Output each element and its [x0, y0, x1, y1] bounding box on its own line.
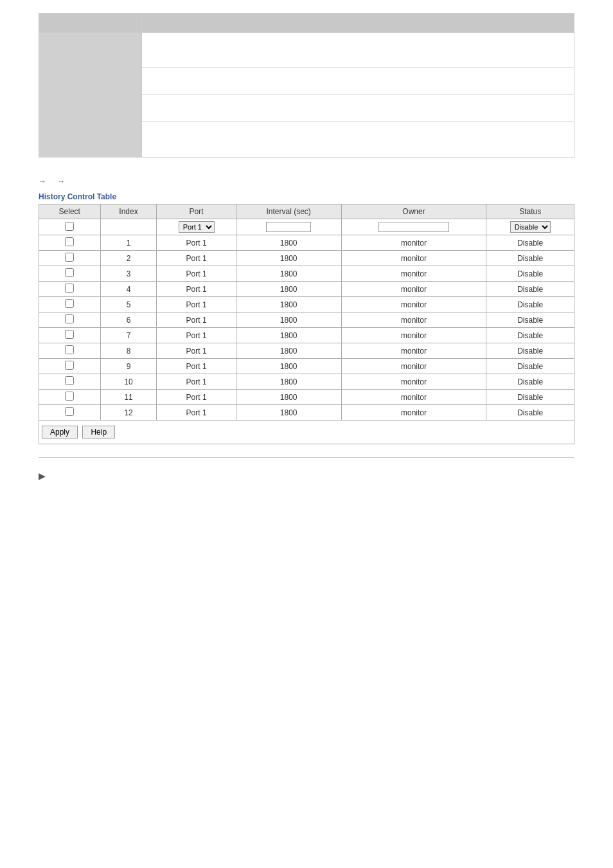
cell-owner: monitor — [341, 343, 486, 359]
info-header-value — [142, 14, 574, 33]
cell-owner: monitor — [341, 251, 486, 266]
cell-index: 7 — [100, 328, 157, 343]
info-row4-value — [142, 122, 574, 158]
cell-port: Port 1 — [157, 297, 236, 312]
status-select-input[interactable]: Disable Enable — [510, 221, 551, 233]
port-select-input[interactable]: Port 1 Port 2 Port 3 Port 4 Port 5 Port … — [179, 221, 215, 233]
cell-interval: 1800 — [236, 251, 341, 266]
select-row-checkbox[interactable] — [65, 299, 74, 308]
arrow-bullet-icon: ▶ — [39, 471, 46, 482]
select-row-checkbox[interactable] — [65, 237, 74, 246]
cell-interval: 1800 — [236, 359, 341, 374]
nav-area: → → — [39, 177, 574, 186]
cell-index: 1 — [100, 235, 157, 251]
cell-index: 2 — [100, 251, 157, 266]
select-row-checkbox[interactable] — [65, 284, 74, 293]
cell-port: Port 1 — [157, 251, 236, 266]
select-row-checkbox[interactable] — [65, 376, 74, 385]
nav-arrow1: → — [39, 177, 46, 186]
cell-status: Disable — [486, 266, 574, 282]
history-section: History Control Table Select Index Port … — [39, 192, 574, 444]
cell-status: Disable — [486, 390, 574, 405]
info-row1-value — [142, 33, 574, 68]
cell-status: Disable — [486, 405, 574, 420]
nav-arrow2: → — [57, 177, 65, 186]
cell-port: Port 1 — [157, 266, 236, 282]
select-row-checkbox[interactable] — [65, 268, 74, 277]
cell-owner: monitor — [341, 390, 486, 405]
table-row: 9 Port 1 1800 monitor Disable — [39, 359, 574, 374]
cell-status: Disable — [486, 282, 574, 297]
col-header-port: Port — [157, 204, 236, 219]
table-row: 10 Port 1 1800 monitor Disable — [39, 374, 574, 390]
cell-owner: monitor — [341, 266, 486, 282]
col-header-select: Select — [39, 204, 101, 219]
cell-status: Disable — [486, 251, 574, 266]
cell-interval: 1800 — [236, 374, 341, 390]
apply-button[interactable]: Apply — [42, 426, 78, 439]
info-header-label — [39, 14, 142, 33]
cell-status: Disable — [486, 343, 574, 359]
cell-index: 3 — [100, 266, 157, 282]
table-row: 5 Port 1 1800 monitor Disable — [39, 297, 574, 312]
cell-interval: 1800 — [236, 266, 341, 282]
cell-owner: monitor — [341, 359, 486, 374]
select-row-checkbox[interactable] — [65, 407, 74, 416]
select-row-checkbox[interactable] — [65, 330, 74, 339]
table-row: 7 Port 1 1800 monitor Disable — [39, 328, 574, 343]
owner-input[interactable] — [378, 222, 449, 232]
cell-interval: 1800 — [236, 405, 341, 420]
cell-owner: monitor — [341, 328, 486, 343]
cell-port: Port 1 — [157, 328, 236, 343]
select-row-checkbox[interactable] — [65, 345, 74, 354]
cell-interval: 1800 — [236, 282, 341, 297]
table-row: 11 Port 1 1800 monitor Disable — [39, 390, 574, 405]
cell-interval: 1800 — [236, 328, 341, 343]
cell-interval: 1800 — [236, 390, 341, 405]
cell-port: Port 1 — [157, 312, 236, 328]
table-row: 4 Port 1 1800 monitor Disable — [39, 282, 574, 297]
help-button[interactable]: Help — [82, 426, 115, 439]
info-row2-value — [142, 68, 574, 95]
cell-owner: monitor — [341, 297, 486, 312]
select-row-checkbox[interactable] — [65, 361, 74, 370]
select-row-checkbox[interactable] — [65, 253, 74, 262]
cell-index: 5 — [100, 297, 157, 312]
select-row-checkbox[interactable] — [65, 314, 74, 323]
cell-port: Port 1 — [157, 343, 236, 359]
history-control-table: Select Index Port Interval (sec) Owner S… — [39, 204, 574, 420]
table-row: 2 Port 1 1800 monitor Disable — [39, 251, 574, 266]
cell-interval: 1800 — [236, 312, 341, 328]
cell-index: 4 — [100, 282, 157, 297]
cell-port: Port 1 — [157, 390, 236, 405]
cell-status: Disable — [486, 297, 574, 312]
table-row: 3 Port 1 1800 monitor Disable — [39, 266, 574, 282]
col-header-status: Status — [486, 204, 574, 219]
interval-input[interactable] — [266, 222, 311, 232]
select-row-checkbox[interactable] — [65, 392, 74, 401]
cell-index: 12 — [100, 405, 157, 420]
cell-owner: monitor — [341, 235, 486, 251]
cell-owner: monitor — [341, 282, 486, 297]
history-table-title: History Control Table — [39, 192, 574, 201]
table-row: 8 Port 1 1800 monitor Disable — [39, 343, 574, 359]
info-row4-label — [39, 122, 142, 158]
cell-owner: monitor — [341, 374, 486, 390]
table-row: 1 Port 1 1800 monitor Disable — [39, 235, 574, 251]
col-header-owner: Owner — [341, 204, 486, 219]
table-row: 12 Port 1 1800 monitor Disable — [39, 405, 574, 420]
cell-port: Port 1 — [157, 374, 236, 390]
cell-interval: 1800 — [236, 343, 341, 359]
select-input-checkbox[interactable] — [65, 222, 74, 231]
cell-owner: monitor — [341, 405, 486, 420]
info-row3-value — [142, 95, 574, 122]
cell-status: Disable — [486, 235, 574, 251]
arrow-section: ▶ — [39, 471, 574, 482]
cell-port: Port 1 — [157, 282, 236, 297]
cell-status: Disable — [486, 328, 574, 343]
cell-interval: 1800 — [236, 297, 341, 312]
col-header-interval: Interval (sec) — [236, 204, 341, 219]
cell-status: Disable — [486, 359, 574, 374]
cell-index: 6 — [100, 312, 157, 328]
info-row2-label — [39, 68, 142, 95]
